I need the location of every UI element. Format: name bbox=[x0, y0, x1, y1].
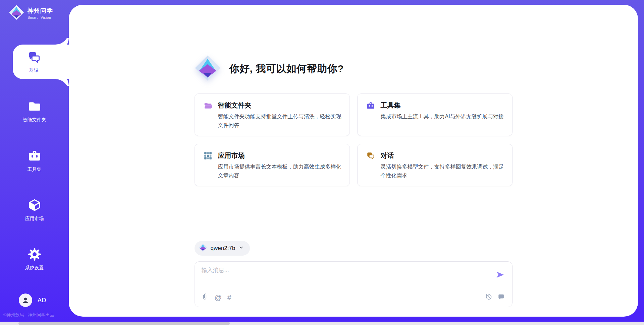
attach-file-button[interactable] bbox=[202, 293, 209, 302]
model-diamond-icon bbox=[199, 243, 207, 253]
card-title: 智能文件夹 bbox=[218, 101, 341, 110]
message-input[interactable] bbox=[202, 266, 489, 284]
horizontal-scrollbar-thumb[interactable] bbox=[18, 322, 230, 325]
sidebar: 神州问学 Smart Vision 对话 智能文件夹 bbox=[0, 0, 69, 325]
mention-button[interactable]: @ bbox=[215, 294, 222, 301]
card-smart-folder[interactable]: 智能文件夹 智能文件夹功能支持批量文件上传与清洗，轻松实现文件问答 bbox=[195, 93, 350, 136]
card-description: 灵活切换多模型文件，支持多样回复效果调试，满足个性化需求 bbox=[381, 162, 504, 180]
model-selector[interactable]: qwen2:7b bbox=[195, 241, 250, 256]
sidebar-item-toolset[interactable]: 工具集 bbox=[0, 149, 69, 173]
composer-divider bbox=[200, 286, 507, 286]
sidebar-item-label: 对话 bbox=[30, 67, 39, 73]
sidebar-item-app-market[interactable]: 应用市场 bbox=[0, 198, 69, 222]
card-description: 集成市场上主流工具，助力AI与外界无缝扩展与对接 bbox=[381, 112, 504, 121]
card-toolset[interactable]: 工具集 集成市场上主流工具，助力AI与外界无缝扩展与对接 bbox=[357, 93, 513, 136]
chevron-down-icon bbox=[238, 245, 244, 252]
user-name: AD bbox=[38, 297, 46, 304]
greeting-title: 你好, 我可以如何帮助你? bbox=[229, 62, 344, 76]
feedback-icon bbox=[497, 293, 505, 302]
assistant-diamond-icon bbox=[195, 55, 221, 82]
app-subtitle: Smart Vision bbox=[28, 15, 53, 19]
avatar bbox=[19, 294, 32, 307]
app-grid-icon bbox=[204, 151, 212, 160]
topic-button[interactable]: # bbox=[227, 294, 231, 301]
horizontal-scrollbar bbox=[0, 322, 644, 325]
sidebar-item-smart-folder[interactable]: 智能文件夹 bbox=[0, 100, 69, 123]
folder-icon bbox=[28, 100, 41, 113]
toolbox-icon bbox=[28, 149, 41, 162]
message-composer: @ # bbox=[195, 261, 513, 307]
card-chat[interactable]: 对话 灵活切换多模型文件，支持多样回复效果调试，满足个性化需求 bbox=[357, 144, 513, 186]
composer-toolbar: @ # bbox=[202, 293, 505, 302]
user-profile[interactable]: AD bbox=[19, 294, 46, 307]
sidebar-item-label: 智能文件夹 bbox=[0, 117, 69, 123]
main-panel: 你好, 我可以如何帮助你? 智能文件夹 智能文件夹功能支持批量文件上传与清洗，轻… bbox=[69, 5, 638, 317]
card-title: 对话 bbox=[381, 151, 504, 160]
gear-icon bbox=[28, 248, 41, 261]
sidebar-item-label: 系统设置 bbox=[0, 265, 69, 271]
feedback-button[interactable] bbox=[497, 293, 505, 302]
chat-bubbles-icon bbox=[28, 51, 41, 65]
app-logo[interactable]: 神州问学 Smart Vision bbox=[9, 5, 53, 21]
topic-icon: # bbox=[227, 294, 231, 301]
send-button[interactable] bbox=[495, 270, 505, 279]
card-description: 应用市场提供丰富长文本模板，助力高效生成多样化文章内容 bbox=[218, 162, 341, 180]
sidebar-item-settings[interactable]: 系统设置 bbox=[0, 248, 69, 271]
card-title: 应用市场 bbox=[218, 151, 341, 160]
history-button[interactable] bbox=[485, 293, 492, 302]
toolbox-icon bbox=[366, 101, 375, 110]
open-folder-icon bbox=[204, 101, 212, 110]
app-title: 神州问学 bbox=[28, 7, 53, 14]
history-icon bbox=[485, 293, 492, 302]
sidebar-item-label: 应用市场 bbox=[0, 216, 69, 222]
feature-cards: 智能文件夹 智能文件夹功能支持批量文件上传与清洗，轻松实现文件问答 工具集 集成… bbox=[195, 93, 513, 186]
mention-icon: @ bbox=[215, 294, 222, 301]
card-title: 工具集 bbox=[381, 101, 504, 110]
copyright-footer: ©神州数码 · 神州问学出品 bbox=[3, 312, 54, 318]
greeting-block: 你好, 我可以如何帮助你? bbox=[195, 55, 513, 82]
chat-bubbles-icon bbox=[366, 151, 375, 160]
cube-icon bbox=[28, 198, 41, 212]
sidebar-item-label: 工具集 bbox=[0, 167, 69, 173]
brand-diamond-icon bbox=[9, 5, 24, 21]
sidebar-item-chat[interactable]: 对话 bbox=[13, 45, 69, 79]
model-name: qwen2:7b bbox=[211, 245, 235, 252]
card-app-market[interactable]: 应用市场 应用市场提供丰富长文本模板，助力高效生成多样化文章内容 bbox=[195, 144, 350, 186]
send-icon bbox=[495, 275, 505, 280]
attachment-icon bbox=[202, 293, 209, 302]
card-description: 智能文件夹功能支持批量文件上传与清洗，轻松实现文件问答 bbox=[218, 112, 341, 130]
